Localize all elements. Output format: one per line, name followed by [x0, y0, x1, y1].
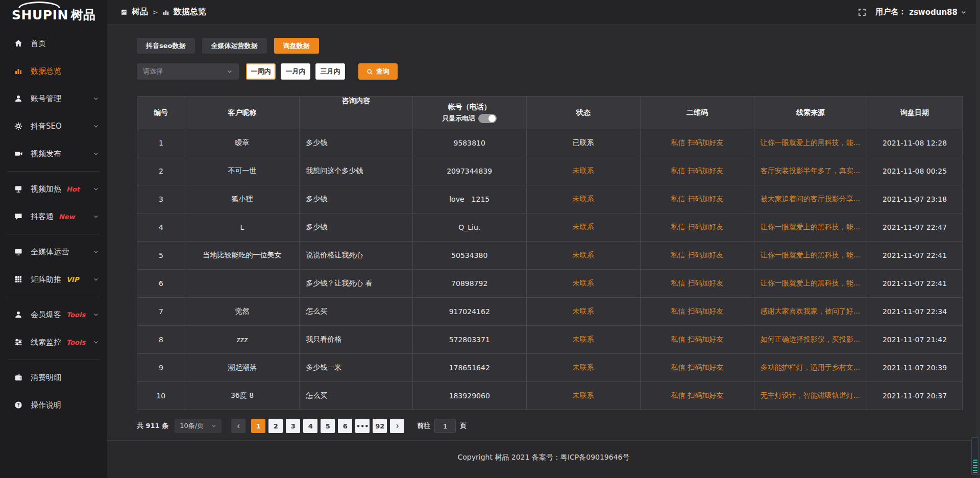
page-button-4[interactable]: 4	[303, 419, 317, 433]
fullscreen-icon[interactable]	[858, 8, 866, 16]
table-body: 1 暧章 多少钱 9583810 已联系 私信 扫码加好友 让你一眼就爱上的黑科…	[137, 129, 962, 410]
cell-lead-source[interactable]: 无主灯设计，智能磁吸轨道灯...	[754, 382, 867, 410]
cell-lead-source[interactable]: 被大家追着问的客厅投影分享...	[754, 185, 867, 213]
cell-nickname: 不可一世	[185, 157, 300, 185]
sidebar-item-label: 抖客通	[31, 212, 54, 222]
sidebar-item-douketong[interactable]: 抖客通 New	[0, 203, 107, 230]
cell-nickname: 潮起潮落	[185, 354, 300, 381]
filter-select[interactable]: 请选择	[137, 63, 239, 80]
qr-link-scan-add-friend[interactable]: 扫码加好友	[688, 251, 723, 260]
page-button-3[interactable]: 3	[286, 419, 300, 433]
sidebar-item-media-operation[interactable]: 全媒体运营	[0, 238, 107, 266]
cell-no: 10	[137, 382, 185, 410]
tab-douyin-seo-data[interactable]: 抖音seo数据	[137, 38, 195, 54]
tab-inquiry-data[interactable]: 询盘数据	[274, 38, 319, 54]
range-button-1[interactable]: 一月内	[281, 63, 310, 80]
next-page-button[interactable]	[390, 419, 404, 433]
qr-link-private-message[interactable]: 私信	[671, 335, 685, 344]
page-button-6[interactable]: 6	[338, 419, 352, 433]
cell-lead-source[interactable]: 多功能护栏灯，适用于乡村文...	[754, 354, 867, 381]
qr-link-scan-add-friend[interactable]: 扫码加好友	[688, 195, 723, 204]
qr-link-private-message[interactable]: 私信	[671, 251, 685, 260]
cell-account: 178651642	[413, 354, 527, 381]
cell-lead-source[interactable]: 让你一眼就爱上的黑科技，能...	[754, 270, 867, 297]
cell-qrcode: 私信 扫码加好友	[641, 157, 754, 185]
qr-link-scan-add-friend[interactable]: 扫码加好友	[688, 363, 723, 372]
query-button[interactable]: 查询	[358, 63, 398, 80]
username: zswodun88	[909, 8, 958, 17]
page-button-2[interactable]: 2	[268, 419, 283, 433]
cell-status: 未联系	[527, 270, 641, 297]
cell-lead-source[interactable]: 如何正确选择投影仪，买投影...	[754, 326, 867, 353]
page-more-button[interactable]: •••	[355, 419, 370, 433]
qr-link-scan-add-friend[interactable]: 扫码加好友	[688, 279, 723, 288]
qr-link-private-message[interactable]: 私信	[671, 166, 685, 176]
sidebar-item-douyin-seo[interactable]: 抖音SEO	[0, 112, 107, 140]
cell-lead-source[interactable]: 让你一眼就爱上的黑科技，能...	[754, 213, 867, 241]
page-button-1[interactable]: 1	[251, 419, 265, 433]
mini-widget-stripes	[973, 460, 977, 473]
cell-content: 多少钱	[300, 185, 412, 213]
mini-widget[interactable]	[971, 437, 979, 475]
sidebar-item-label: 消费明细	[31, 373, 61, 383]
chevron-down-icon	[93, 339, 99, 345]
phone-only-toggle[interactable]	[478, 114, 497, 123]
qr-link-private-message[interactable]: 私信	[671, 223, 685, 232]
cell-inquiry-date: 2021-11-07 22:41	[867, 270, 962, 297]
qr-link-scan-add-friend[interactable]: 扫码加好友	[688, 335, 723, 344]
range-button-0[interactable]: 一周内	[246, 63, 276, 80]
tab-media-operation-data[interactable]: 全媒体运营数据	[202, 38, 267, 54]
qr-link-private-message[interactable]: 私信	[671, 391, 685, 400]
sidebar-item-lead-monitor[interactable]: 线索监控 Tools	[0, 328, 107, 356]
sidebar-item-label: 操作说明	[31, 400, 61, 410]
cell-lead-source[interactable]: 客厅安装投影半年多了，真实...	[754, 157, 867, 185]
table-row: 5 当地比较能吃的一位美女 说说价格让我死心 50534380 未联系 私信 扫…	[137, 241, 962, 269]
header-account: 帐号（电话） 只显示电话	[413, 97, 527, 129]
tab-bar: 抖音seo数据全媒体运营数据询盘数据	[137, 38, 963, 54]
page-button-92[interactable]: 92	[373, 419, 387, 433]
goto-page-input[interactable]	[434, 419, 456, 433]
qr-link-scan-add-friend[interactable]: 扫码加好友	[688, 391, 723, 400]
breadcrumb-root[interactable]: 树品	[132, 7, 148, 17]
sidebar-item-data-overview[interactable]: 数据总览	[0, 57, 107, 85]
sidebar-item-member-baoke[interactable]: 会员爆客 Tools	[0, 301, 107, 328]
sidebar-item-video-publish[interactable]: 视频发布	[0, 140, 107, 168]
sidebar-item-account-management[interactable]: 账号管理	[0, 85, 107, 112]
chevron-down-icon	[93, 186, 99, 192]
cell-lead-source[interactable]: 感谢大家喜欢我家，被问了好...	[754, 298, 867, 325]
page-button-5[interactable]: 5	[321, 419, 335, 433]
cell-qrcode: 私信 扫码加好友	[641, 129, 754, 157]
qr-link-scan-add-friend[interactable]: 扫码加好友	[688, 166, 723, 176]
cell-lead-source[interactable]: 让你一眼就爱上的黑科技，能...	[754, 242, 867, 269]
range-button-2[interactable]: 三月内	[315, 63, 345, 80]
phone-only-row: 只显示电话	[442, 114, 497, 123]
qr-link-scan-add-friend[interactable]: 扫码加好友	[688, 138, 723, 148]
cell-inquiry-date: 2021-11-07 20:39	[867, 354, 962, 381]
cell-content: 多少钱一米	[300, 354, 412, 381]
user-menu[interactable]: 用户名：zswodun88	[875, 7, 967, 17]
qr-link-private-message[interactable]: 私信	[671, 138, 685, 148]
qr-link-private-message[interactable]: 私信	[671, 195, 685, 204]
qr-link-private-message[interactable]: 私信	[671, 307, 685, 316]
cell-content: 说说价格让我死心	[300, 242, 412, 269]
chevron-down-icon	[211, 423, 216, 428]
cell-status: 未联系	[527, 157, 641, 185]
cell-lead-source[interactable]: 让你一眼就爱上的黑科技，能...	[754, 129, 867, 157]
logo-text-en: SHUPIN	[12, 8, 68, 22]
qr-link-private-message[interactable]: 私信	[671, 363, 685, 372]
cell-qrcode: 私信 扫码加好友	[641, 298, 754, 325]
sidebar-item-home[interactable]: 首页	[0, 30, 107, 57]
sidebar-item-video-heat[interactable]: 视频加热 Hot	[0, 175, 107, 203]
sidebar-item-matrix-boost[interactable]: 矩阵助推 VIP	[0, 266, 107, 293]
page-size-select[interactable]: 10条/页	[175, 419, 222, 433]
sidebar-item-consumption-detail[interactable]: 消费明细	[0, 364, 107, 391]
qr-link-private-message[interactable]: 私信	[671, 279, 685, 288]
sidebar-item-badge: Hot	[66, 185, 80, 193]
prev-page-button[interactable]	[231, 419, 246, 433]
brand-logo: SHUPIN 树品	[0, 0, 107, 30]
scrollbar[interactable]	[976, 0, 980, 478]
cell-account: 917024162	[413, 298, 527, 325]
sidebar-item-operation-guide[interactable]: ? 操作说明	[0, 391, 107, 419]
qr-link-scan-add-friend[interactable]: 扫码加好友	[688, 307, 723, 316]
qr-link-scan-add-friend[interactable]: 扫码加好友	[688, 223, 723, 232]
